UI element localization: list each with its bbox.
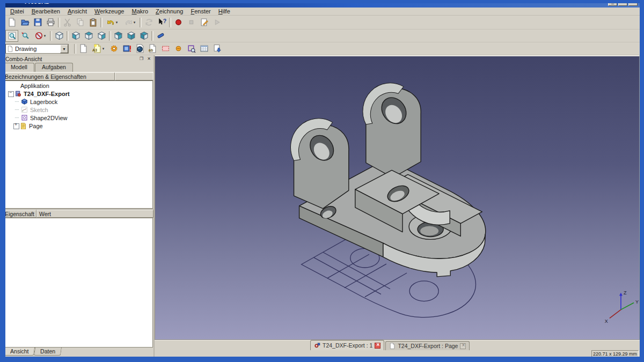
new-drawing-page-icon[interactable]: ▾ <box>77 43 90 55</box>
dropdown-arrow-icon[interactable]: ▾ <box>103 47 105 51</box>
new-a3-page-icon[interactable]: A3▾ <box>90 43 107 55</box>
workbench-selector[interactable]: Drawing ▼ <box>5 44 69 54</box>
menu-item[interactable]: Ansicht <box>64 8 91 14</box>
model-tree[interactable]: Applikation T24_DXF-Export <box>5 80 153 209</box>
dock-title-bar[interactable]: Combo-Ansicht ❐ ✕ <box>5 55 153 63</box>
drawing-toolbar: Drawing ▼ ▾ A3▾ <box>5 42 640 55</box>
tree-expander-icon[interactable] <box>13 123 19 128</box>
redo-icon[interactable]: ▾ <box>121 17 138 28</box>
panel-tab[interactable]: Modell <box>5 63 34 72</box>
tree-expander-icon[interactable] <box>14 99 20 104</box>
new-file-icon[interactable]: ▾ <box>5 17 18 28</box>
macro-play-icon[interactable]: ▾ <box>210 17 223 28</box>
export-page-icon[interactable]: ▾ <box>210 43 223 55</box>
spreadsheet-view-icon[interactable]: ▾ <box>197 43 210 55</box>
tree-expander-icon[interactable] <box>14 115 20 120</box>
view-bottom-icon[interactable]: ▾ <box>125 30 137 42</box>
workbench-dropdown-icon[interactable]: ▼ <box>60 45 68 53</box>
view-top-icon[interactable]: ▾ <box>82 30 95 42</box>
fit-all-icon[interactable]: ▾ <box>5 30 18 42</box>
view-rear-icon[interactable]: ▾ <box>112 30 125 42</box>
tree-header-label[interactable]: Bezeichnungen & Eigenschaften <box>5 72 115 80</box>
viewport-3d[interactable]: Z Y X <box>155 55 640 340</box>
view-right-icon[interactable]: ▾ <box>95 30 108 42</box>
draft-drawing-icon[interactable]: ▾ <box>185 43 197 55</box>
drawing-page-icon <box>389 343 396 349</box>
undo-icon[interactable]: ▾ <box>103 17 121 28</box>
minimize-button[interactable]: _ <box>608 3 617 6</box>
clip-view-icon[interactable]: ▾ <box>159 43 172 55</box>
paste-icon[interactable]: ▾ <box>86 17 99 28</box>
cut-icon[interactable]: ▾ <box>61 17 74 28</box>
property-editor-tabs: AnsichtDaten <box>5 348 153 357</box>
dock-title: Combo-Ansicht <box>5 56 42 62</box>
property-tab[interactable]: Ansicht <box>5 348 35 356</box>
3d-scene: Z Y X <box>155 56 639 339</box>
title-bar[interactable]: FreeCAD _□× <box>5 3 640 8</box>
axis-indicator: Z Y X <box>605 290 639 324</box>
measure-distance-icon[interactable]: ▾ <box>154 30 167 42</box>
menu-item[interactable]: Datei <box>6 8 28 14</box>
dropdown-arrow-icon[interactable]: ▾ <box>116 20 118 25</box>
dropdown-arrow-icon[interactable]: ▾ <box>44 34 46 38</box>
mdi-tab-label: T24_DXF-Export : 1 <box>323 342 372 349</box>
view-left-icon[interactable]: ▾ <box>137 30 150 42</box>
open-file-icon[interactable]: ▾ <box>18 17 31 28</box>
float-panel-icon[interactable]: ❐ <box>138 56 144 62</box>
axis-x-label: X <box>605 319 608 324</box>
tree-item-lagerbock[interactable]: Lagerbock <box>5 98 152 106</box>
lagerbock-model <box>291 83 486 277</box>
macro-stop-icon[interactable]: ▾ <box>185 17 197 28</box>
close-tab-icon[interactable] <box>375 343 380 349</box>
property-tab[interactable]: Daten <box>34 348 62 356</box>
close-button[interactable]: × <box>628 3 638 6</box>
menu-item[interactable]: Werkzeuge <box>91 8 128 14</box>
tree-header-row: Bezeichnungen & Eigenschaften <box>5 72 153 80</box>
menu-item[interactable]: Bearbeiten <box>28 8 64 14</box>
menu-item[interactable]: Fenster <box>187 8 214 14</box>
freecad-document-icon <box>314 342 320 349</box>
property-column-eigenschaft[interactable]: Eigenschaft <box>5 210 36 218</box>
video-frame: FreeCAD _□× DateiBearbeitenAnsichtWerkze… <box>0 0 644 362</box>
view-axonometric-icon[interactable]: ▾ <box>53 30 65 42</box>
menu-item[interactable]: Zeichnung <box>152 8 187 14</box>
copy-icon[interactable]: ▾ <box>74 17 86 28</box>
panel-tab[interactable]: Aufgaben <box>35 63 73 72</box>
macro-record-icon[interactable]: ▾ <box>172 17 185 28</box>
view-front-icon[interactable]: ▾ <box>69 30 82 42</box>
tree-header-filler <box>115 72 153 80</box>
draft-view-icon[interactable]: ▾ <box>133 43 146 55</box>
macro-edit-icon[interactable]: ▾ <box>197 17 210 28</box>
whats-this-icon[interactable]: ▾ <box>155 17 168 28</box>
annotation-icon[interactable]: ab▾ <box>146 43 159 55</box>
mdi-tab[interactable]: T24_DXF-Export : 1 <box>310 340 384 350</box>
draw-style-icon[interactable]: ▾ <box>31 30 49 42</box>
refresh-icon[interactable]: ▾ <box>142 17 155 28</box>
close-panel-icon[interactable]: ✕ <box>146 56 152 62</box>
menu-item[interactable]: Hilfe <box>215 8 234 14</box>
dropdown-arrow-icon[interactable]: ▾ <box>134 20 136 25</box>
close-tab-icon[interactable] <box>460 343 466 349</box>
symbol-icon[interactable]: ▾ <box>172 43 185 55</box>
tree-expander-icon[interactable] <box>8 91 13 96</box>
tree-item-shape2dview[interactable]: Shape2DView <box>5 114 152 122</box>
tree-item-applikation[interactable]: Applikation <box>5 82 152 90</box>
tree-item-sketch[interactable]: Sketch <box>5 106 152 114</box>
menu-bar: DateiBearbeitenAnsichtWerkzeugeMakroZeic… <box>5 8 640 16</box>
ortho-views-icon[interactable]: ▾ <box>120 43 133 55</box>
maximize-button[interactable]: □ <box>618 3 627 6</box>
menu-item[interactable]: Makro <box>128 8 152 14</box>
tree-item-page[interactable]: Page <box>5 122 152 130</box>
save-icon[interactable]: ▾ <box>31 17 44 28</box>
tree-expander-icon[interactable] <box>14 107 20 112</box>
combo-view-panel: Combo-Ansicht ❐ ✕ ModellAufgaben Bezeich… <box>5 55 155 357</box>
print-icon[interactable]: ▾ <box>44 17 57 28</box>
fit-selection-icon[interactable]: ▾ <box>18 30 31 42</box>
tree-item-document[interactable]: T24_DXF-Export <box>5 90 152 98</box>
property-column-wert[interactable]: Wert <box>36 210 153 218</box>
property-editor-body[interactable] <box>5 218 153 348</box>
window-title: FreeCAD <box>5 3 50 5</box>
insert-view-icon[interactable]: ▾ <box>107 43 120 55</box>
toolbar-separator: ▾ <box>65 30 69 42</box>
mdi-tab[interactable]: T24_DXF-Export : Page <box>385 341 470 350</box>
